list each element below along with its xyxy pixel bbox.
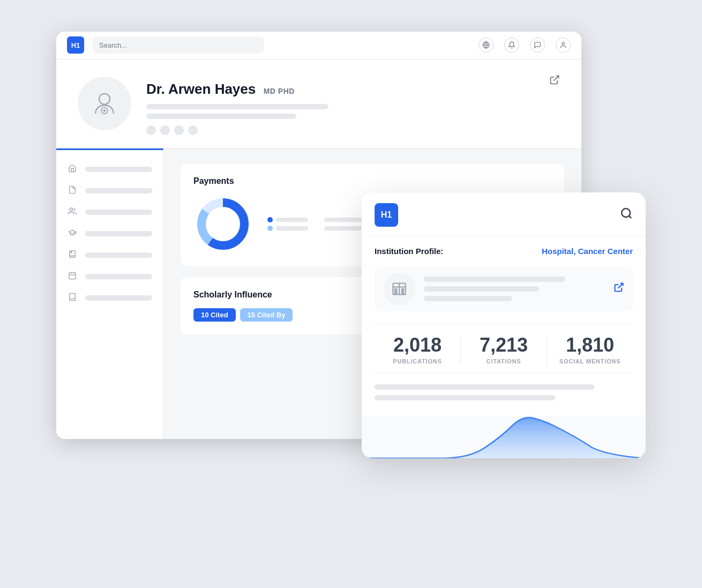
svg-point-16 (622, 209, 630, 217)
chart-svg (362, 415, 646, 458)
svg-line-25 (618, 284, 623, 288)
card-chart-area (362, 415, 646, 458)
avatar (78, 77, 131, 130)
profile-name: Dr. Arwen Hayes (146, 81, 256, 97)
nav-skeleton-beaker (85, 252, 152, 258)
sidebar-item-file[interactable] (56, 180, 163, 202)
calendar-icon (67, 271, 78, 282)
sidebar-item-graduation[interactable] (56, 223, 163, 244)
inst-skel-2 (424, 286, 539, 292)
book-icon (67, 293, 78, 303)
sidebar-nav (56, 148, 163, 439)
skeleton-circle-1 (146, 125, 156, 135)
stat-citations: 7,213 CITATIONS (461, 336, 547, 364)
card-search-icon[interactable] (620, 207, 633, 223)
donut-svg (193, 195, 252, 254)
beaker-icon (67, 250, 78, 260)
cited-by-badge[interactable]: 15 Cited By (240, 308, 293, 322)
inst-skel-1 (424, 277, 565, 282)
globe-icon[interactable] (479, 38, 494, 53)
nav-skeleton-file (85, 188, 152, 193)
svg-point-2 (562, 42, 565, 45)
nav-skeleton-graduation (85, 231, 152, 236)
sidebar-item-home[interactable] (56, 159, 163, 180)
chat-icon[interactable] (530, 38, 545, 53)
legend-skeleton-1 (276, 218, 308, 222)
skeleton-circles (146, 125, 560, 135)
skeleton-circle-2 (160, 125, 170, 135)
bottom-skel-1 (375, 384, 594, 390)
svg-rect-22 (402, 289, 404, 291)
h1-logo-small: H1 (67, 36, 84, 54)
sidebar-item-calendar[interactable] (56, 266, 163, 287)
institution-profile-label: Institution Profile: (375, 247, 443, 256)
stat-social-number: 1,810 (547, 336, 633, 355)
inst-skel-3 (424, 296, 512, 301)
legend-row-1 (267, 217, 308, 222)
topbar-icons (479, 38, 571, 53)
bottom-skeletons (375, 384, 633, 405)
browser-topbar: H1 (56, 32, 581, 59)
stat-publications-label: PUBLICATIONS (375, 358, 460, 364)
donut-legend (267, 217, 308, 231)
institution-card: H1 Institution Profile: Hospital, Cancer… (362, 192, 646, 458)
search-input[interactable] (93, 36, 264, 54)
skel-r-2 (324, 226, 362, 230)
skeleton-line-2 (146, 114, 296, 119)
nav-skeleton-group (85, 210, 152, 215)
svg-point-3 (99, 93, 110, 104)
svg-rect-23 (395, 292, 397, 294)
building-icon-wrap (383, 273, 415, 305)
profile-credentials: MD PHD (264, 87, 295, 95)
card-body: Institution Profile: Hospital, Cancer Ce… (362, 236, 646, 415)
svg-rect-24 (402, 292, 404, 294)
payments-title: Payments (193, 176, 551, 186)
nav-skeleton-book (85, 295, 152, 301)
nav-skeleton-home (85, 167, 152, 172)
donut-chart (193, 195, 252, 254)
sidebar-item-book[interactable] (56, 287, 163, 309)
graduation-icon (67, 228, 78, 239)
legend-skeleton-2 (276, 226, 308, 230)
home-icon (67, 164, 78, 175)
user-icon[interactable] (556, 38, 571, 53)
bottom-skel-2 (375, 395, 555, 400)
skeleton-line-1 (146, 104, 328, 109)
sidebar-item-group[interactable] (56, 202, 163, 223)
institution-entry (375, 266, 633, 311)
institution-profile-value[interactable]: Hospital, Cancer Center (542, 247, 633, 256)
building-icon (392, 281, 407, 296)
file-icon (67, 185, 78, 196)
card-h1-logo: H1 (375, 203, 398, 227)
nav-skeleton-calendar (85, 274, 152, 279)
stat-social-label: SOCIAL MENTIONS (547, 358, 633, 364)
group-icon (67, 207, 78, 218)
stat-citations-label: CITATIONS (461, 358, 547, 364)
svg-line-17 (629, 215, 631, 218)
svg-line-5 (554, 76, 558, 80)
profile-section: Dr. Arwen Hayes MD PHD (56, 59, 581, 148)
legend-dot-blue (267, 217, 273, 222)
stat-publications-number: 2,018 (375, 336, 460, 355)
institution-details (424, 277, 601, 301)
sidebar-item-beaker[interactable] (56, 244, 163, 266)
card-topbar: H1 (362, 192, 646, 236)
legend-dot-lightblue (267, 226, 273, 231)
profile-info: Dr. Arwen Hayes MD PHD (146, 77, 560, 135)
stats-row: 2,018 PUBLICATIONS 7,213 CITATIONS 1,810… (375, 324, 633, 374)
bell-icon[interactable] (504, 38, 519, 53)
cited-badge[interactable]: 10 Cited (193, 308, 236, 322)
stat-social: 1,810 SOCIAL MENTIONS (547, 336, 633, 364)
skeleton-circle-4 (188, 125, 198, 135)
stat-citations-number: 7,213 (461, 336, 547, 355)
skeleton-circle-3 (174, 125, 184, 135)
svg-rect-21 (395, 289, 397, 291)
institution-profile-row: Institution Profile: Hospital, Cancer Ce… (375, 247, 633, 256)
stat-publications: 2,018 PUBLICATIONS (375, 336, 460, 364)
legend-row-2 (267, 226, 308, 231)
svg-rect-8 (69, 272, 76, 279)
institution-external-link[interactable] (614, 282, 624, 295)
external-link-icon[interactable] (549, 75, 560, 88)
svg-point-6 (70, 208, 72, 211)
